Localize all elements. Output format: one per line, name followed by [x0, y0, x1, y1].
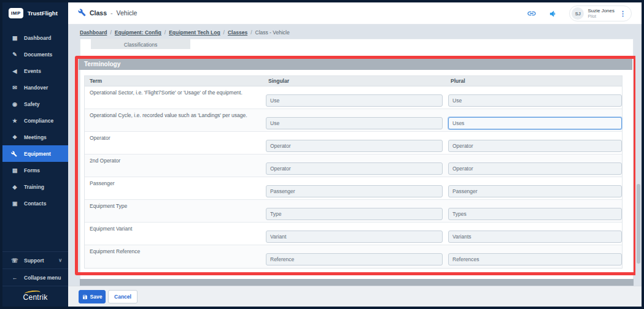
singular-input[interactable] [266, 117, 443, 129]
collapse-arrow-icon: ← [11, 275, 18, 281]
save-floppy-icon [82, 294, 88, 300]
breadcrumb-link-equipment-tech-log[interactable]: Equipment Tech Log [169, 29, 220, 36]
sidebar-item-label: Training [24, 184, 44, 190]
table-row-passenger: Passenger [85, 177, 622, 200]
footer-action-bar: Save Cancel [68, 286, 642, 307]
sidebar-item-label: Forms [24, 167, 40, 174]
wrench-icon [11, 151, 18, 157]
table-row-equipment-reference: Equipment Reference [85, 245, 622, 268]
save-button-label: Save [90, 294, 103, 300]
sidebar-item-label: Safety [24, 101, 40, 107]
breadcrumb-separator: / [223, 29, 225, 36]
term-label: 2nd Operator [90, 158, 120, 164]
tab-classifications-partial[interactable]: Classifications [91, 39, 190, 49]
collapse-menu-label: Collapse menu [24, 275, 61, 281]
vertical-scrollbar-thumb[interactable] [637, 184, 640, 264]
user-name: Suzie Jones [588, 8, 615, 13]
cancel-button[interactable]: Cancel [108, 290, 138, 303]
plural-input[interactable] [448, 140, 622, 152]
breadcrumb-current: Class - Vehicle [255, 29, 290, 36]
term-label: Operator [90, 135, 111, 141]
breadcrumb-link-equipment-config[interactable]: Equipment: Config [115, 29, 161, 36]
sidebar-item-training[interactable]: ◆ Training [2, 178, 68, 195]
plural-input[interactable] [448, 231, 622, 243]
kebab-menu-icon[interactable]: ⋮ [618, 10, 627, 18]
page-title: Class - Vehicle [78, 9, 137, 17]
breadcrumb-link-dashboard[interactable]: Dashboard [80, 29, 107, 36]
sidebar-item-label: Documents [24, 52, 52, 58]
contacts-card-icon: ▣ [11, 200, 18, 207]
breadcrumb: Dashboard / Equipment: Config / Equipmen… [80, 29, 290, 36]
sidebar-item-label: Handover [24, 85, 48, 91]
singular-input[interactable] [266, 162, 443, 175]
save-button[interactable]: Save [79, 290, 106, 303]
sidebar-item-label: Contacts [24, 200, 46, 207]
sidebar-item-dashboard[interactable]: ▦ Dashboard [2, 29, 68, 46]
announcement-megaphone-icon[interactable] [548, 8, 559, 19]
sidebar-item-events[interactable]: ◀ Events [2, 63, 68, 79]
chevron-down-icon: ∨ [58, 258, 62, 263]
plural-input[interactable] [448, 208, 622, 220]
column-header-term: Term [90, 76, 102, 86]
wrench-icon [78, 9, 86, 17]
table-row-operational-cycle: Operational Cycle, i.e. recorded value s… [85, 109, 622, 132]
terminology-table-header: Term Singular Plural [85, 76, 622, 86]
plural-input-focused[interactable] [448, 117, 622, 129]
collapse-menu-button[interactable]: ← Collapse menu [2, 269, 68, 286]
next-section-header-partial [80, 279, 634, 286]
column-header-plural: Plural [451, 76, 465, 86]
term-label: Equipment Type [90, 203, 127, 209]
table-row-operational-sector: Operational Sector, i.e. 'Flight'/'Sorti… [85, 86, 622, 109]
meetings-people-icon: ❖ [11, 134, 18, 140]
sidebar: IMP TrustFlight ▦ Dashboard ✎ Documents … [2, 2, 68, 307]
column-header-singular: Singular [268, 76, 289, 86]
breadcrumb-link-classes[interactable]: Classes [228, 29, 247, 36]
plural-input[interactable] [448, 94, 622, 107]
forms-clipboard-icon: ▤ [11, 167, 18, 174]
term-label: Passenger [90, 180, 115, 186]
term-label: Operational Cycle, i.e. recorded value s… [90, 112, 247, 118]
singular-input[interactable] [266, 231, 443, 243]
sidebar-item-meetings[interactable]: ❖ Meetings [2, 129, 68, 145]
app-window: IMP TrustFlight ▦ Dashboard ✎ Documents … [0, 0, 644, 309]
imp-logo-badge: IMP [9, 8, 23, 18]
sidebar-item-label: Support [24, 258, 44, 264]
table-row-equipment-variant: Equipment Variant [85, 223, 622, 245]
link-icon[interactable] [526, 8, 537, 19]
user-menu[interactable]: SJ Suzie Jones Pilot ⋮ [569, 6, 632, 21]
brand-logo[interactable]: IMP TrustFlight [9, 8, 58, 18]
singular-input[interactable] [266, 94, 443, 107]
sidebar-item-compliance[interactable]: ★ Compliance [2, 112, 68, 129]
sidebar-item-documents[interactable]: ✎ Documents [2, 46, 68, 63]
sidebar-item-label: Compliance [24, 118, 53, 124]
sidebar-item-label: Equipment [24, 151, 51, 157]
sidebar-divider [2, 286, 68, 286]
singular-input[interactable] [266, 185, 443, 197]
sidebar-item-handover[interactable]: ✉ Handover [2, 79, 68, 96]
sidebar-item-forms[interactable]: ▤ Forms [2, 162, 68, 178]
brand-name: TrustFlight [28, 10, 58, 17]
singular-input[interactable] [266, 253, 443, 265]
table-row-2nd-operator: 2nd Operator [85, 154, 622, 177]
plural-input[interactable] [448, 185, 622, 197]
star-badge-icon: ★ [11, 118, 18, 124]
sidebar-item-equipment[interactable]: Equipment [2, 145, 68, 162]
sidebar-item-safety[interactable]: ◉ Safety [2, 96, 68, 112]
sidebar-item-label: Dashboard [24, 35, 51, 41]
plural-input[interactable] [448, 162, 622, 175]
page-title-secondary: Vehicle [117, 9, 138, 17]
sidebar-nav: ▦ Dashboard ✎ Documents ◀ Events ✉ Hando… [2, 29, 68, 212]
sidebar-item-support[interactable]: ☏ Support ∨ [2, 252, 68, 269]
support-icon: ☏ [11, 258, 18, 264]
megaphone-icon: ◀ [11, 68, 18, 74]
vertical-scrollbar-track[interactable] [635, 25, 642, 286]
plural-input[interactable] [448, 253, 622, 265]
sidebar-item-contacts[interactable]: ▣ Contacts [2, 195, 68, 212]
singular-input[interactable] [266, 140, 443, 152]
table-row-equipment-type: Equipment Type [85, 200, 622, 223]
term-label: Operational Sector, i.e. 'Flight'/'Sorti… [90, 90, 242, 96]
table-row-operator: Operator [85, 132, 622, 154]
avatar: SJ [572, 7, 584, 20]
singular-input[interactable] [266, 208, 443, 220]
cancel-button-label: Cancel [114, 294, 131, 300]
